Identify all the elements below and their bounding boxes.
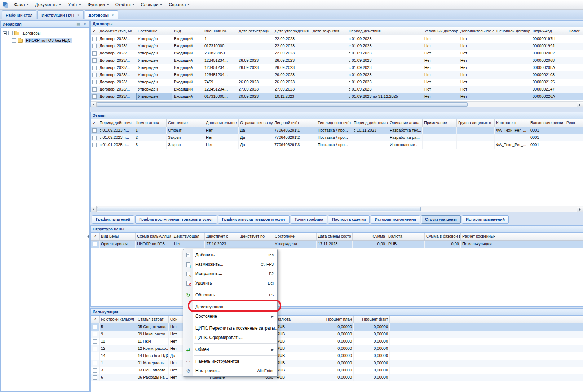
- context-menu-item[interactable]: Обмен ▶: [183, 345, 277, 354]
- row-checkbox[interactable]: [92, 51, 97, 56]
- context-menu-item[interactable]: ▶: [194, 355, 277, 356]
- tab-close-icon[interactable]: ×: [77, 13, 80, 17]
- row-checkbox[interactable]: [92, 58, 97, 63]
- row-checkbox[interactable]: [92, 80, 97, 84]
- check-column-header[interactable]: ✓: [91, 27, 98, 35]
- row-select-cell[interactable]: [91, 352, 100, 360]
- column-header[interactable]: Номер этапа: [134, 119, 167, 127]
- column-header[interactable]: Действующая: [172, 233, 205, 241]
- row-select-cell[interactable]: [91, 367, 100, 374]
- row-select-cell[interactable]: [91, 374, 100, 381]
- column-header[interactable]: Вид: [172, 27, 203, 35]
- scroll-left-icon[interactable]: [91, 206, 97, 212]
- row-checkbox[interactable]: [92, 128, 97, 133]
- row-checkbox[interactable]: [93, 325, 97, 329]
- column-header[interactable]: Контрагент: [495, 119, 529, 127]
- row-select-cell[interactable]: [91, 71, 98, 79]
- column-header[interactable]: Валюта: [387, 233, 425, 241]
- workspace-tab[interactable]: Договоры ×: [85, 10, 118, 19]
- menubar-item[interactable]: Справка: [165, 1, 193, 9]
- row-select-cell[interactable]: [91, 141, 98, 149]
- column-header[interactable]: Дополнительное с: [204, 119, 239, 127]
- row-checkbox[interactable]: [92, 66, 97, 70]
- context-menu-item[interactable]: Обновить F5 ▶: [183, 290, 277, 300]
- tree-node-checkbox[interactable]: [12, 38, 16, 43]
- collapse-panel-icon[interactable]: «: [82, 21, 88, 27]
- row-select-cell[interactable]: [91, 241, 100, 248]
- table-row[interactable]: Договор, 2023/...УтверждёнВходящий230823…: [91, 50, 583, 57]
- workspace-tab[interactable]: Инструкции ПУП ×: [37, 10, 83, 19]
- row-select-cell[interactable]: [91, 86, 98, 93]
- row-checkbox[interactable]: [92, 37, 97, 41]
- row-checkbox[interactable]: [93, 354, 97, 358]
- row-checkbox[interactable]: [93, 347, 97, 351]
- check-column-header[interactable]: ✓: [91, 233, 100, 241]
- row-select-cell[interactable]: [91, 64, 98, 71]
- detail-tab[interactable]: История изменений: [462, 215, 509, 224]
- row-checkbox[interactable]: [93, 375, 97, 380]
- check-column-header[interactable]: ✓: [91, 316, 100, 323]
- row-checkbox[interactable]: [92, 94, 97, 99]
- scroll-right-icon[interactable]: [577, 102, 583, 107]
- context-menu-item[interactable]: Панель инструментов ▶: [183, 357, 277, 366]
- context-menu-item[interactable]: ▶: [194, 301, 277, 301]
- column-header[interactable]: Состояние: [273, 233, 317, 241]
- workspace-tab[interactable]: Рабочий стол ×: [2, 10, 36, 19]
- row-checkbox[interactable]: [92, 87, 97, 92]
- column-header[interactable]: Валюта: [275, 316, 312, 323]
- column-header[interactable]: Сумма в базовой в: [425, 233, 461, 241]
- table-row[interactable]: 1414 Цена без НДСДаRUB0,000000,00000: [91, 352, 583, 360]
- detail-tab[interactable]: Структура цены: [421, 215, 461, 224]
- row-checkbox[interactable]: [93, 332, 97, 336]
- table-row[interactable]: Договор, 2023/...УтверждёнВходящий123451…: [91, 64, 583, 71]
- row-checkbox[interactable]: [93, 339, 97, 344]
- column-header[interactable]: Описание этапа: [388, 119, 423, 127]
- table-row[interactable]: Договор, 2023/...УтверждёнВходящий123451…: [91, 86, 583, 93]
- row-select-cell[interactable]: [91, 35, 98, 43]
- detail-tab[interactable]: График поступления товаров и услуг: [135, 215, 217, 224]
- row-select-cell[interactable]: [91, 134, 98, 141]
- context-menu-item[interactable]: ▶: [194, 322, 277, 322]
- detail-tab[interactable]: Точки графика: [291, 215, 327, 224]
- tree-node[interactable]: Договоры: [1, 30, 89, 37]
- table-row[interactable]: 303 Осн. оплата...НетПрямые0,00RUB0,0000…: [91, 367, 583, 374]
- column-header[interactable]: Условный договор: [423, 27, 459, 35]
- detail-tab[interactable]: Паспорта сделки: [328, 215, 370, 224]
- table-row[interactable]: 1111 ПКИНетRUB0,000000,00000: [91, 338, 583, 345]
- context-menu-item[interactable]: Добавить... Ins ▶: [183, 250, 277, 260]
- table-row[interactable]: Договор, 2023/...УтверждёнВходящий745926…: [91, 79, 583, 86]
- column-header[interactable]: Рекв: [565, 119, 583, 127]
- column-header[interactable]: Период действия: [98, 119, 134, 127]
- row-select-cell[interactable]: [91, 93, 98, 100]
- table-row[interactable]: с 01.09.2023 п...2ЗакрытНетДа7706406291\…: [91, 134, 583, 141]
- column-header[interactable]: Период действия: [347, 27, 423, 35]
- table-row[interactable]: Договор, 2023/...УтверждёнВходящий122.09…: [91, 35, 583, 43]
- check-column-header[interactable]: ✓: [91, 119, 98, 127]
- table-row[interactable]: 505 Соц. отчисл...НетRUB0,000000,00000: [91, 323, 583, 331]
- table-row[interactable]: 909 Накл. расхо...НетRUB0,000000,00000: [91, 331, 583, 338]
- row-select-cell[interactable]: [91, 43, 98, 50]
- row-checkbox[interactable]: [92, 73, 97, 77]
- menubar-item[interactable]: Файл: [11, 1, 32, 9]
- column-header[interactable]: Процент план: [312, 316, 354, 323]
- row-select-cell[interactable]: [91, 345, 100, 352]
- row-select-cell[interactable]: [91, 338, 100, 345]
- tree-expander-icon[interactable]: [3, 31, 7, 35]
- context-menu-item[interactable]: ▶: [194, 289, 277, 289]
- column-header[interactable]: Лицевой счёт: [273, 119, 316, 127]
- row-select-cell[interactable]: [91, 127, 98, 134]
- row-checkbox[interactable]: [92, 143, 97, 147]
- column-header[interactable]: Дополнительное с: [459, 27, 495, 35]
- column-header[interactable]: Дата регистраци...: [237, 27, 273, 35]
- splitter-collapse-icon[interactable]: [87, 234, 90, 239]
- row-checkbox[interactable]: [93, 242, 97, 246]
- table-row[interactable]: Ориентировоч...НИОКР по ГОЗ ...Нет27.10.…: [91, 241, 583, 248]
- tree-node[interactable]: НИОКР по ГОЗ без НДС: [1, 37, 89, 44]
- horizontal-scrollbar[interactable]: [91, 206, 583, 212]
- column-header[interactable]: Состояние: [136, 27, 172, 35]
- context-menu-item[interactable]: Удалить Del ▶: [183, 278, 277, 288]
- scroll-right-icon[interactable]: [577, 207, 583, 212]
- column-header[interactable]: Схема калькуляци: [136, 233, 172, 241]
- tab-close-icon[interactable]: ×: [111, 13, 114, 17]
- context-menu-item[interactable]: ЦИТК. Сформировать... ▶: [183, 333, 277, 342]
